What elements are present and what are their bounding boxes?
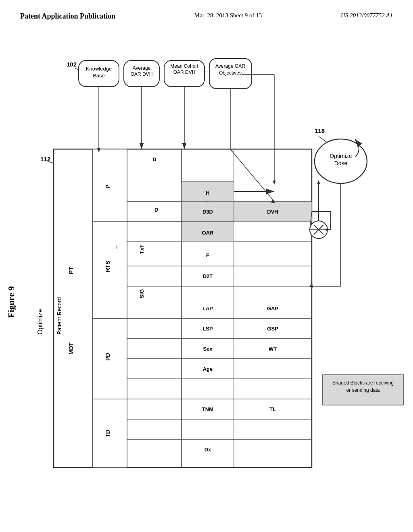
sheet-info: Mar. 28, 2013 Sheet 9 of 13 <box>194 12 262 19</box>
svg-text:F: F <box>206 252 209 258</box>
svg-text:D2T: D2T <box>203 273 213 279</box>
figure-label: Figure 9 <box>6 286 17 318</box>
svg-text:TL: TL <box>269 406 276 412</box>
patent-number: US 2013/0077752 A1 <box>341 12 393 19</box>
publication-title: Patent Application Publication <box>20 12 115 21</box>
svg-text:WT: WT <box>269 346 277 352</box>
svg-text:Knowledge: Knowledge <box>86 66 112 72</box>
svg-text:Average: Average <box>133 65 151 71</box>
svg-text:Objectives: Objectives <box>219 70 242 76</box>
svg-text:D: D <box>152 156 156 162</box>
svg-text:or sending data: or sending data <box>346 387 380 393</box>
svg-text:OAR DVH: OAR DVH <box>173 69 196 75</box>
svg-text:TNM: TNM <box>202 406 213 412</box>
svg-marker-94 <box>317 180 320 184</box>
svg-line-13 <box>75 68 79 71</box>
svg-text:Average OAR: Average OAR <box>215 63 245 69</box>
svg-text:H: H <box>206 190 209 196</box>
svg-text:PD: PD <box>104 353 111 361</box>
svg-text:MDT: MDT <box>68 342 74 355</box>
svg-text:D3D: D3D <box>202 209 213 215</box>
svg-text:LSP: LSP <box>202 326 213 332</box>
svg-text:OAR DVH: OAR DVH <box>131 71 153 77</box>
svg-text:TxT: TxT <box>139 245 145 254</box>
svg-text:I: I <box>116 244 118 250</box>
svg-text:Patient Record: Patient Record <box>56 297 63 335</box>
svg-text:102: 102 <box>67 61 77 68</box>
svg-text:Optimize: Optimize <box>37 309 44 335</box>
svg-text:Dx: Dx <box>204 447 211 453</box>
svg-text:RTS: RTS <box>104 261 111 272</box>
svg-text:PT: PT <box>68 267 74 274</box>
svg-text:P: P <box>104 185 111 189</box>
svg-text:D: D <box>154 207 158 213</box>
svg-text:Dose: Dose <box>334 160 348 166</box>
page-header: Patent Application Publication Mar. 28, … <box>0 0 413 25</box>
svg-text:GAP: GAP <box>267 305 279 312</box>
svg-text:Sex: Sex <box>203 346 213 352</box>
svg-text:Mean Cohort: Mean Cohort <box>170 63 198 69</box>
svg-text:TD: TD <box>104 430 111 437</box>
svg-text:SIG: SIG <box>139 289 145 298</box>
svg-text:GSP: GSP <box>267 326 278 332</box>
svg-text:Age: Age <box>203 366 213 372</box>
diagram-svg: Knowledge Base Average OAR DVH Mean Coho… <box>0 52 413 528</box>
svg-text:OAR: OAR <box>202 230 214 236</box>
svg-text:DVH: DVH <box>267 209 278 215</box>
svg-text:118: 118 <box>315 127 325 134</box>
svg-text:Base: Base <box>93 73 105 79</box>
svg-text:Shaded Blocks are receiving: Shaded Blocks are receiving <box>332 380 394 386</box>
svg-text:LAP: LAP <box>202 305 213 312</box>
svg-text:Optimize: Optimize <box>330 153 352 159</box>
